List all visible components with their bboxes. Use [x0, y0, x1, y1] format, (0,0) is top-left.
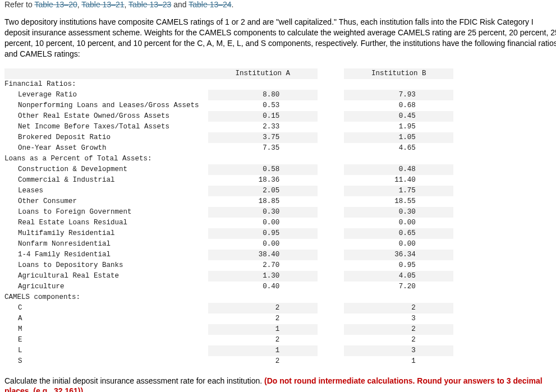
row-label: L	[4, 345, 208, 356]
row-value-b: 0.00	[344, 239, 453, 250]
ratios-table: Institution AInstitution BFinancial Rati…	[4, 68, 453, 367]
row-value-a: 1	[208, 324, 318, 335]
row-label: Nonperforming Loans and Leases/Gross Ass…	[4, 100, 208, 111]
refer-link-1[interactable]: Table 13–21	[81, 0, 124, 9]
row-value-b: 2	[344, 303, 453, 313]
row-value-a: 2.33	[208, 122, 318, 132]
row-value-a: 3.75	[208, 132, 318, 143]
section-header: Loans as a Percent of Total Assets:	[4, 154, 208, 164]
row-label: Loans to Foreign Government	[4, 207, 208, 218]
refer-link-0[interactable]: Table 13–20	[34, 0, 77, 9]
table-header-a: Institution A	[208, 68, 318, 79]
row-value-a: 2.70	[208, 260, 318, 271]
row-value-a: 2.05	[208, 186, 318, 196]
row-value-b: 1.95	[344, 122, 453, 132]
row-value-b: 7.20	[344, 282, 453, 292]
row-value-b: 0.68	[344, 100, 453, 111]
section-header: Financial Ratios:	[4, 79, 208, 90]
row-label: One-Year Asset Growth	[4, 143, 208, 154]
row-label: Construction & Development	[4, 164, 208, 175]
row-value-a: 1.30	[208, 271, 318, 282]
row-value-a: 7.35	[208, 143, 318, 154]
row-value-b: 3	[344, 313, 453, 324]
row-value-b: 0.65	[344, 228, 453, 239]
row-value-b: 18.55	[344, 196, 453, 207]
row-value-a: 0.00	[208, 239, 318, 250]
row-value-b: 0.95	[344, 260, 453, 271]
row-label: Brokered Deposit Ratio	[4, 132, 208, 143]
row-value-b: 0.00	[344, 218, 453, 228]
row-value-b: 4.05	[344, 271, 453, 282]
table-header-blank	[4, 68, 208, 79]
row-value-b: 4.65	[344, 143, 453, 154]
row-label: Loans to Depository Banks	[4, 260, 208, 271]
row-label: Agriculture	[4, 282, 208, 292]
row-label: Real Estate Loans Residual	[4, 218, 208, 228]
row-label: E	[4, 335, 208, 345]
row-value-a: 2	[208, 313, 318, 324]
row-value-a: 0.53	[208, 100, 318, 111]
row-label: 1-4 Family Residential	[4, 250, 208, 260]
row-label: A	[4, 313, 208, 324]
row-label: M	[4, 324, 208, 335]
row-value-a: 18.85	[208, 196, 318, 207]
row-value-b: 0.48	[344, 164, 453, 175]
row-value-b: 0.30	[344, 207, 453, 218]
row-value-b: 11.40	[344, 175, 453, 186]
row-value-b: 36.34	[344, 250, 453, 260]
row-value-b: 2	[344, 335, 453, 345]
row-label: Leverage Ratio	[4, 90, 208, 100]
row-value-a: 1	[208, 345, 318, 356]
row-label: Other Consumer	[4, 196, 208, 207]
row-label: Multifamily Residential	[4, 228, 208, 239]
row-label: Other Real Estate Owned/Gross Assets	[4, 111, 208, 122]
row-label: Agricultural Real Estate	[4, 271, 208, 282]
row-value-b: 2	[344, 324, 453, 335]
row-value-b: 1	[344, 356, 453, 367]
refer-prefix: Refer to	[4, 0, 34, 9]
row-value-a: 2	[208, 303, 318, 313]
row-label: Leases	[4, 186, 208, 196]
row-value-a: 0.30	[208, 207, 318, 218]
section-header: CAMELS components:	[4, 292, 208, 303]
row-value-a: 8.80	[208, 90, 318, 100]
row-value-a: 0.40	[208, 282, 318, 292]
row-value-b: 3	[344, 345, 453, 356]
question-text: Calculate the initial deposit insurance …	[4, 376, 556, 392]
row-value-b: 1.75	[344, 186, 453, 196]
row-value-b: 1.05	[344, 132, 453, 143]
row-label: S	[4, 356, 208, 367]
row-label: Nonfarm Nonresidential	[4, 239, 208, 250]
row-value-a: 2	[208, 335, 318, 345]
refer-link-2[interactable]: Table 13–23	[128, 0, 171, 9]
row-label: Net Income Before Taxes/Total Assets	[4, 122, 208, 132]
row-value-a: 0.00	[208, 218, 318, 228]
row-label: C	[4, 303, 208, 313]
refer-line: Refer to Table 13–20, Table 13–21, Table…	[4, 0, 556, 9]
row-value-a: 0.58	[208, 164, 318, 175]
row-value-a: 0.15	[208, 111, 318, 122]
intro-paragraph: Two depository institutions have composi…	[4, 17, 556, 59]
refer-link-3[interactable]: Table 13–24	[189, 0, 231, 9]
table-header-b: Institution B	[344, 68, 453, 79]
row-value-a: 18.36	[208, 175, 318, 186]
row-value-b: 0.45	[344, 111, 453, 122]
row-value-a: 2	[208, 356, 318, 367]
row-value-a: 0.95	[208, 228, 318, 239]
row-label: Commercial & Industrial	[4, 175, 208, 186]
row-value-a: 38.40	[208, 250, 318, 260]
row-value-b: 7.93	[344, 90, 453, 100]
